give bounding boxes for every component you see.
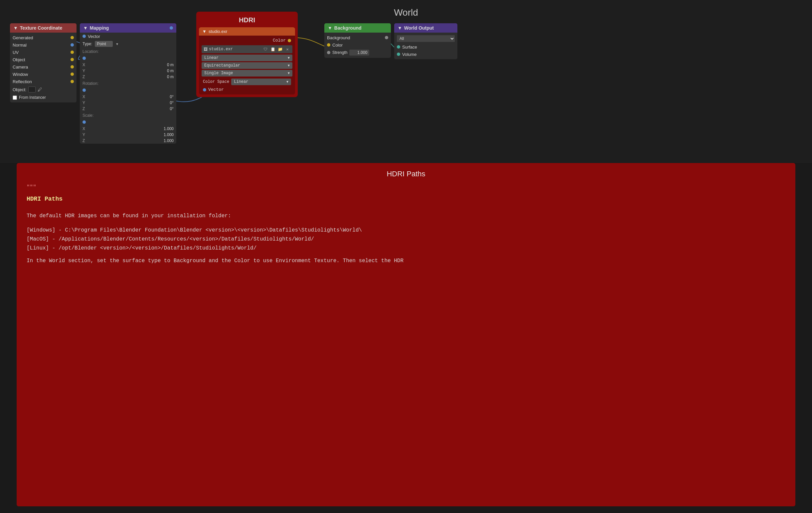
eyedropper-icon[interactable]: 🖊 bbox=[37, 87, 42, 92]
rotation-y-row: Y 0° bbox=[80, 100, 176, 106]
type-select[interactable]: Point bbox=[95, 41, 113, 47]
rotation-label: Rotation: bbox=[80, 80, 176, 86]
world-title: World bbox=[394, 7, 418, 18]
camera-label: Camera bbox=[12, 64, 28, 69]
file-row: 🖼 studio.exr 🛡 📋 📁 ✕ bbox=[202, 45, 292, 53]
color-input-socket bbox=[327, 43, 330, 47]
location-z-row: Z 0 m bbox=[80, 74, 176, 80]
copy-icon[interactable]: 📋 bbox=[270, 46, 276, 52]
generated-label: Generated bbox=[12, 35, 33, 40]
mapping-header[interactable]: ▼ Mapping bbox=[80, 23, 176, 33]
scale-z-label: Z bbox=[83, 138, 89, 143]
scale-y-label: Y bbox=[83, 133, 89, 137]
type-label: Type: bbox=[83, 41, 92, 46]
rot-z-label: Z bbox=[83, 107, 89, 111]
world-output-node: ▼ World Output All Camera Diffuse Glossy… bbox=[394, 23, 457, 59]
surface-row: Surface bbox=[394, 43, 457, 51]
triangle-icon2: ▼ bbox=[83, 25, 88, 31]
loc-x-value: 0 m bbox=[167, 62, 174, 67]
vector-input-socket bbox=[83, 35, 86, 38]
output-object: Object bbox=[10, 56, 77, 63]
dd-arrow3: ▼ bbox=[288, 72, 290, 75]
strength-label: Strength bbox=[332, 50, 347, 55]
output-generated: Generated bbox=[10, 34, 77, 41]
object-color-swatch[interactable] bbox=[28, 86, 36, 92]
location-y-row: Y 0 m bbox=[80, 68, 176, 74]
triangle-icon3: ▼ bbox=[202, 29, 207, 34]
reflection-label: Reflection bbox=[12, 79, 32, 84]
output-window: Window bbox=[10, 70, 77, 78]
rot-y-value: 0° bbox=[170, 101, 174, 105]
linear-dropdown[interactable]: Linear ▼ bbox=[202, 55, 292, 61]
strength-input[interactable]: 1.000 bbox=[349, 50, 369, 56]
location-socket bbox=[83, 57, 86, 60]
studio-exr-header[interactable]: ▼ studio.exr bbox=[199, 27, 295, 36]
rotation-z-row: Z 0° bbox=[80, 106, 176, 112]
color-space-row: Color Space Linear ▼ bbox=[200, 78, 294, 86]
world-output-body: All Camera Diffuse Glossy Surface Volume bbox=[394, 33, 457, 59]
world-output-header[interactable]: ▼ World Output bbox=[394, 23, 457, 33]
close-icon[interactable]: ✕ bbox=[284, 46, 290, 52]
object-label: Object bbox=[12, 57, 25, 62]
folder-icon[interactable]: 📁 bbox=[277, 46, 283, 52]
normal-socket bbox=[70, 43, 74, 47]
mapping-node: ▼ Mapping Vector Type: Point ▼ Location: bbox=[80, 23, 176, 144]
scale-x-value: 1.000 bbox=[164, 126, 174, 131]
color-input-label: Color bbox=[332, 42, 343, 48]
background-output-label: Background bbox=[327, 35, 350, 40]
texture-coordinate-node: ▼ Texture Coordinate Generated Normal UV… bbox=[10, 23, 77, 103]
loc-z-value: 0 m bbox=[167, 75, 174, 79]
dd-arrow4: ▼ bbox=[286, 80, 288, 84]
vector-input-label: Vector bbox=[88, 34, 100, 39]
vector-output-socket bbox=[170, 26, 173, 30]
from-instancer-row: From Instancer bbox=[10, 94, 77, 101]
render-pass-select[interactable]: All Camera Diffuse Glossy bbox=[397, 35, 455, 42]
rot-x-value: 0° bbox=[170, 94, 174, 99]
background-header[interactable]: ▼ Background bbox=[324, 23, 391, 33]
volume-socket bbox=[397, 53, 400, 56]
background-output-socket bbox=[385, 36, 388, 39]
hdri-title: HDRI bbox=[199, 14, 295, 27]
camera-socket bbox=[70, 65, 74, 68]
world-output-title: World Output bbox=[404, 25, 434, 31]
mapping-body: Vector Type: Point ▼ Location: X 0 m Y bbox=[80, 33, 176, 144]
texture-coordinate-title: Texture Coordinate bbox=[20, 25, 62, 31]
shield-icon[interactable]: 🛡 bbox=[262, 46, 268, 52]
location-x-row: X 0 m bbox=[80, 62, 176, 68]
hdri-description: The default HDR images can be found in y… bbox=[27, 211, 785, 221]
loc-y-label: Y bbox=[83, 68, 89, 73]
background-title: Background bbox=[334, 25, 361, 31]
dd-arrow1: ▼ bbox=[288, 56, 290, 60]
background-body: Background Color Strength 1.000 bbox=[324, 33, 391, 58]
surface-socket bbox=[397, 45, 400, 49]
single-image-dropdown[interactable]: Single Image ▼ bbox=[202, 70, 292, 77]
color-space-value: Linear bbox=[234, 80, 248, 84]
filename: studio.exr bbox=[209, 47, 233, 52]
scale-z-value: 1.000 bbox=[164, 138, 174, 143]
vector-studio-socket bbox=[203, 88, 206, 91]
generated-socket bbox=[70, 36, 74, 39]
rot-y-label: Y bbox=[83, 101, 89, 105]
color-output-row: Color bbox=[200, 37, 294, 44]
object-row: Object: 🖊 bbox=[10, 85, 77, 94]
color-input-row: Color bbox=[324, 41, 391, 49]
hdri-body-text: In the World section, set the surface ty… bbox=[27, 256, 785, 265]
color-space-dropdown[interactable]: Linear ▼ bbox=[231, 79, 291, 85]
single-image-label: Single Image bbox=[204, 71, 233, 76]
scale-x-label: X bbox=[83, 126, 89, 131]
vector-studio-label: Vector bbox=[208, 87, 224, 92]
window-socket bbox=[70, 73, 74, 76]
from-instancer-checkbox[interactable] bbox=[12, 95, 17, 100]
rot-x-label: X bbox=[83, 94, 89, 99]
equirectangular-dropdown[interactable]: Equirectangular ▼ bbox=[202, 62, 292, 69]
scale-z-row: Z 1.000 bbox=[80, 138, 176, 144]
hdri-paths-title: HDRI Paths bbox=[27, 170, 785, 183]
location-socket-row bbox=[80, 55, 176, 62]
rotation-socket bbox=[83, 88, 86, 92]
texture-coordinate-header[interactable]: ▼ Texture Coordinate bbox=[10, 23, 77, 33]
strength-row: Strength 1.000 bbox=[324, 49, 391, 57]
texture-coordinate-body: Generated Normal UV Object Camera Window bbox=[10, 33, 77, 103]
dd-arrow2: ▼ bbox=[288, 64, 290, 67]
color-output-label: Color bbox=[273, 38, 286, 43]
location-label: Location: bbox=[80, 48, 176, 55]
